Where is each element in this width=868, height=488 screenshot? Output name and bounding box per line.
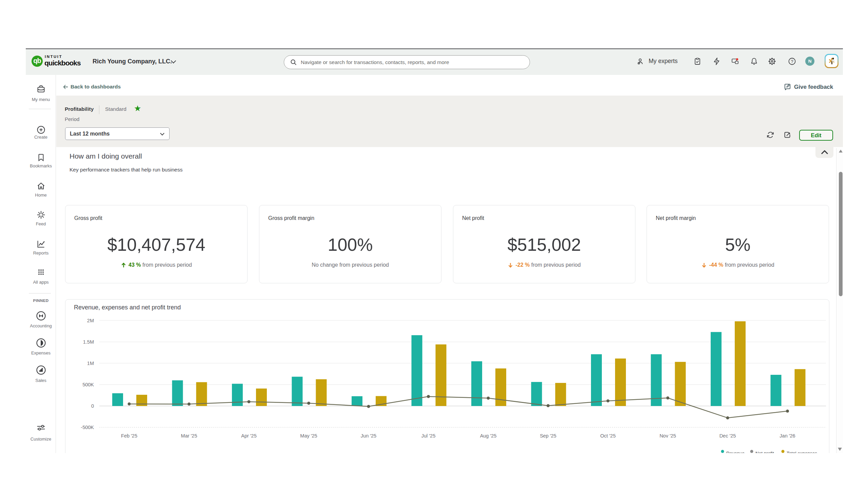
svg-text:500K: 500K — [82, 382, 94, 387]
svg-text:Total expenses: Total expenses — [787, 451, 817, 453]
svg-text:Mar '25: Mar '25 — [181, 433, 197, 439]
svg-text:Aug '25: Aug '25 — [480, 433, 497, 439]
svg-text:-500K: -500K — [81, 425, 94, 430]
svg-text:2M: 2M — [87, 318, 94, 323]
svg-text:0: 0 — [91, 403, 94, 409]
svg-text:Apr '25: Apr '25 — [241, 433, 257, 439]
svg-text:Jun '25: Jun '25 — [361, 433, 376, 439]
svg-text:Sep '25: Sep '25 — [540, 433, 556, 439]
svg-text:Dec '25: Dec '25 — [719, 433, 736, 439]
svg-text:Net profit: Net profit — [755, 451, 774, 453]
svg-text:Oct '25: Oct '25 — [600, 433, 615, 439]
svg-text:Nov '25: Nov '25 — [659, 433, 676, 439]
svg-text:Feb '25: Feb '25 — [121, 433, 137, 439]
svg-text:1.5M: 1.5M — [83, 339, 94, 345]
svg-text:1M: 1M — [87, 361, 94, 366]
svg-text:Revenue: Revenue — [726, 451, 745, 453]
svg-text:Jul '25: Jul '25 — [421, 433, 435, 439]
svg-text:Jan '26: Jan '26 — [780, 433, 795, 439]
svg-text:May '25: May '25 — [300, 433, 317, 439]
